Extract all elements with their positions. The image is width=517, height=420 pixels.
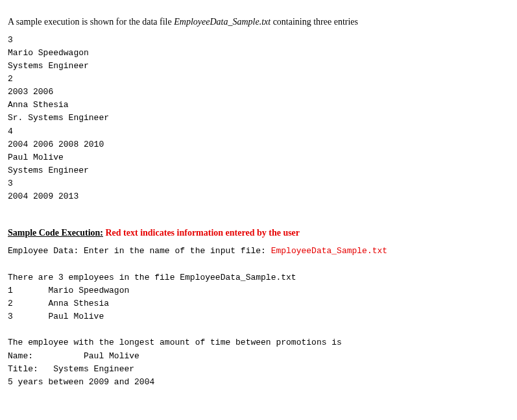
intro-paragraph: A sample execution is shown for the data… <box>8 16 509 29</box>
intro-prefix: A sample execution is shown for the data… <box>8 17 174 27</box>
data-file-contents: 3 Mario Speedwagon Systems Engineer 2 20… <box>8 34 509 204</box>
intro-filename: EmployeeData_Sample.txt <box>174 17 271 27</box>
exec-employee-list: 1 Mario Speedwagon 2 Anna Sthesia 3 Paul… <box>8 286 129 321</box>
exec-longest-intro: The employee with the longest amount of … <box>8 338 342 347</box>
exec-summary-line: There are 3 employees in the file Employ… <box>8 273 296 282</box>
heading-red-text: Red text indicates information entered b… <box>106 228 300 238</box>
execution-output: Employee Data: Enter in the name of the … <box>8 245 509 389</box>
exec-prompt: Employee Data: Enter in the name of the … <box>8 246 271 256</box>
intro-suffix: containing three entries <box>271 17 358 27</box>
sample-execution-heading: Sample Code Execution: Red text indicate… <box>8 228 509 238</box>
exec-title-line: Title: Systems Engineer <box>8 364 134 374</box>
exec-name-line: Name: Paul Molive <box>8 351 139 361</box>
exec-years-line: 5 years between 2009 and 2004 <box>8 377 154 387</box>
heading-label: Sample Code Execution: <box>8 228 103 238</box>
user-input-filename: EmployeeData_Sample.txt <box>271 246 387 256</box>
